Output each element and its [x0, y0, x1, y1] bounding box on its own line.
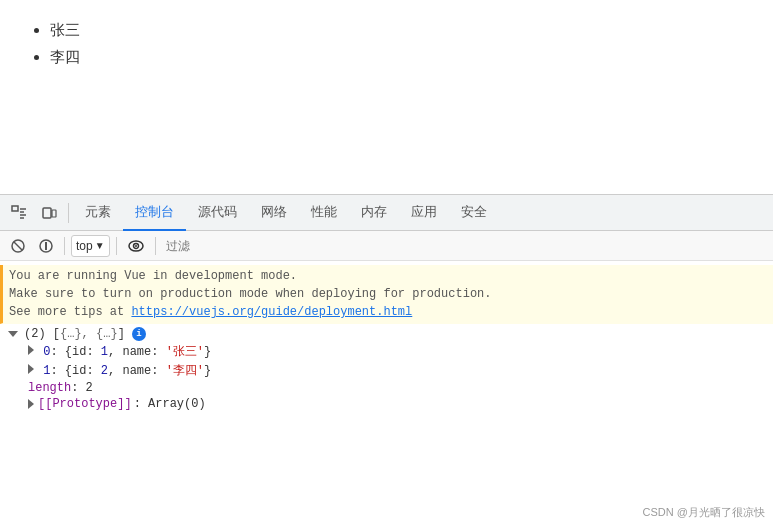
list: 张三 李四 [20, 16, 753, 70]
svg-point-9 [135, 245, 137, 247]
svg-rect-0 [12, 206, 18, 211]
tab-security[interactable]: 安全 [449, 195, 499, 231]
svg-rect-2 [52, 210, 56, 217]
tab-performance[interactable]: 性能 [299, 195, 349, 231]
item-triangle-icon-0 [28, 345, 34, 355]
prototype-property[interactable]: [[Prototype]]: Array(0) [8, 396, 765, 412]
csdn-watermark: CSDN @月光晒了很凉快 [643, 505, 765, 520]
list-item-2: 李四 [50, 43, 753, 70]
tab-memory[interactable]: 内存 [349, 195, 399, 231]
list-item-1: 张三 [50, 16, 753, 43]
context-selector[interactable]: top ▼ [71, 235, 110, 257]
toolbar-separator-2 [116, 237, 117, 255]
devtools-panel: 元素 控制台 源代码 网络 性能 内存 应用 安全 [0, 194, 773, 524]
tab-network[interactable]: 网络 [249, 195, 299, 231]
console-toolbar: top ▼ [0, 231, 773, 261]
expand-triangle-icon [8, 331, 18, 337]
array-item-0[interactable]: 0: {id: 1, name: '张三'} [8, 342, 765, 361]
device-toolbar-button[interactable] [35, 199, 63, 227]
stop-button[interactable] [34, 234, 58, 258]
tab-sources[interactable]: 源代码 [186, 195, 249, 231]
inspect-element-button[interactable] [5, 199, 33, 227]
console-output: You are running Vue in development mode.… [0, 261, 773, 524]
svg-rect-1 [43, 208, 51, 218]
prototype-triangle-icon [28, 399, 34, 409]
tab-divider-1 [68, 203, 69, 223]
vue-docs-link[interactable]: https://vuejs.org/guide/deployment.html [131, 305, 412, 319]
vue-warning-text-1: You are running Vue in development mode.… [9, 269, 491, 319]
tab-console[interactable]: 控制台 [123, 195, 186, 231]
filter-input[interactable] [162, 239, 767, 253]
item-triangle-icon-1 [28, 364, 34, 374]
eye-icon-button[interactable] [123, 235, 149, 257]
toolbar-separator-3 [155, 237, 156, 255]
array-label: (2) [{…}, {…}] [24, 327, 125, 341]
svg-line-4 [14, 242, 22, 250]
info-badge: i [132, 327, 146, 341]
tab-elements[interactable]: 元素 [73, 195, 123, 231]
vue-warning-line: You are running Vue in development mode.… [0, 265, 773, 324]
tab-application[interactable]: 应用 [399, 195, 449, 231]
devtools-tabs-bar: 元素 控制台 源代码 网络 性能 内存 应用 安全 [0, 195, 773, 231]
array-item-1[interactable]: 1: {id: 2, name: '李四'} [8, 361, 765, 380]
length-property: length: 2 [8, 380, 765, 396]
array-expand-header[interactable]: (2) [{…}, {…}] i [8, 326, 765, 342]
clear-console-button[interactable] [6, 234, 30, 258]
toolbar-separator-1 [64, 237, 65, 255]
dropdown-arrow-icon: ▼ [95, 240, 105, 251]
content-area: 张三 李四 [0, 0, 773, 195]
array-section: (2) [{…}, {…}] i 0: {id: 1, name: '张三'} … [0, 324, 773, 414]
